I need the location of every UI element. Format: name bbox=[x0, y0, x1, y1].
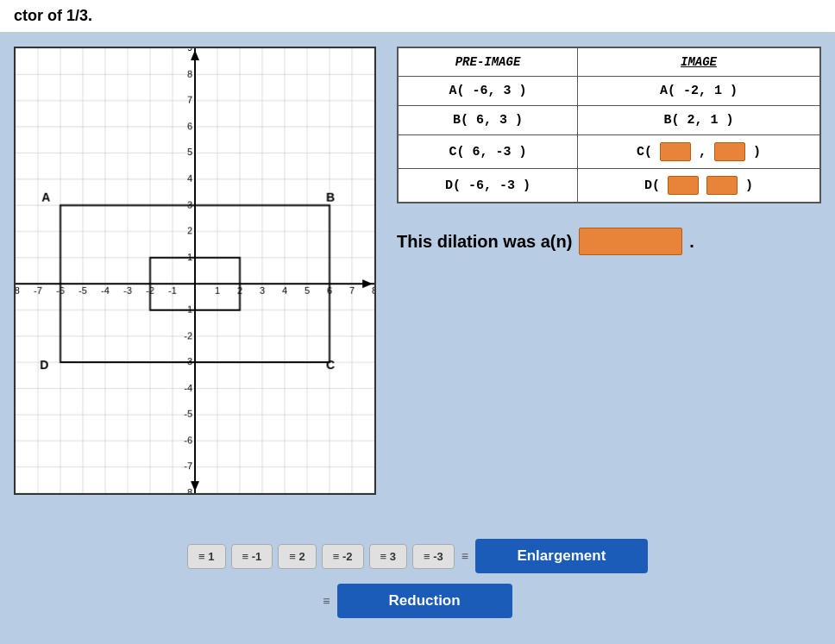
pre-image-c: C( 6, -3 ) bbox=[398, 135, 577, 169]
header-text: ctor of 1/3. bbox=[14, 7, 92, 24]
graph-container bbox=[14, 47, 376, 495]
graph-canvas bbox=[16, 48, 374, 493]
pre-image-header: PRE-IMAGE bbox=[398, 47, 577, 77]
dilation-period: . bbox=[689, 232, 694, 252]
reduction-button[interactable]: Reduction bbox=[337, 584, 512, 618]
bottom-section: ≡ 1 ≡ -1 ≡ 2 ≡ -2 ≡ 3 ≡ -3 ≡ Enlargement… bbox=[0, 539, 835, 618]
d-y-answer[interactable] bbox=[706, 176, 738, 195]
c-y-answer[interactable] bbox=[714, 142, 745, 161]
drag-chips-row: ≡ 1 ≡ -1 ≡ 2 ≡ -2 ≡ 3 ≡ -3 bbox=[187, 544, 455, 569]
image-c: C( , ) bbox=[577, 135, 820, 169]
pre-image-a: A( -6, 3 ) bbox=[398, 77, 577, 106]
reduction-hash: ≡ bbox=[323, 594, 330, 608]
dilation-statement: This dilation was a(n) . bbox=[397, 228, 821, 255]
chips-and-enlargement-row: ≡ 1 ≡ -1 ≡ 2 ≡ -2 ≡ 3 ≡ -3 ≡ Enlargement bbox=[187, 539, 648, 573]
main-area: PRE-IMAGE IMAGE A( -6, 3 ) A( -2, 1 ) B(… bbox=[0, 33, 835, 509]
dilation-table: PRE-IMAGE IMAGE A( -6, 3 ) A( -2, 1 ) B(… bbox=[397, 47, 821, 203]
right-panel: PRE-IMAGE IMAGE A( -6, 3 ) A( -2, 1 ) B(… bbox=[397, 47, 821, 255]
chip-n2[interactable]: ≡ -2 bbox=[322, 544, 364, 569]
c-x-answer[interactable] bbox=[660, 142, 691, 161]
table-row: B( 6, 3 ) B( 2, 1 ) bbox=[398, 106, 820, 135]
image-d: D( ) bbox=[577, 169, 820, 203]
dilation-text: This dilation was a(n) bbox=[397, 232, 572, 252]
chip-n3[interactable]: ≡ -3 bbox=[412, 544, 455, 569]
pre-image-d: D( -6, -3 ) bbox=[398, 169, 577, 203]
image-b: B( 2, 1 ) bbox=[577, 106, 820, 135]
pre-image-b: B( 6, 3 ) bbox=[398, 106, 577, 135]
chip-n1[interactable]: ≡ -1 bbox=[231, 544, 273, 569]
table-row: C( 6, -3 ) C( , ) bbox=[398, 135, 820, 169]
header-bar: ctor of 1/3. bbox=[0, 0, 835, 33]
reduction-row: ≡ Reduction bbox=[323, 584, 512, 618]
table-row: D( -6, -3 ) D( ) bbox=[398, 169, 820, 203]
chip-3[interactable]: ≡ 3 bbox=[369, 544, 407, 569]
dilation-answer-box[interactable] bbox=[579, 228, 682, 255]
d-x-answer[interactable] bbox=[668, 176, 699, 195]
hash-symbol: ≡ bbox=[461, 549, 468, 563]
table-row: A( -6, 3 ) A( -2, 1 ) bbox=[398, 77, 820, 106]
image-a: A( -2, 1 ) bbox=[577, 77, 820, 106]
chip-1[interactable]: ≡ 1 bbox=[187, 544, 225, 569]
enlargement-button[interactable]: Enlargement bbox=[475, 539, 648, 573]
chip-2[interactable]: ≡ 2 bbox=[278, 544, 316, 569]
image-header: IMAGE bbox=[577, 47, 820, 77]
